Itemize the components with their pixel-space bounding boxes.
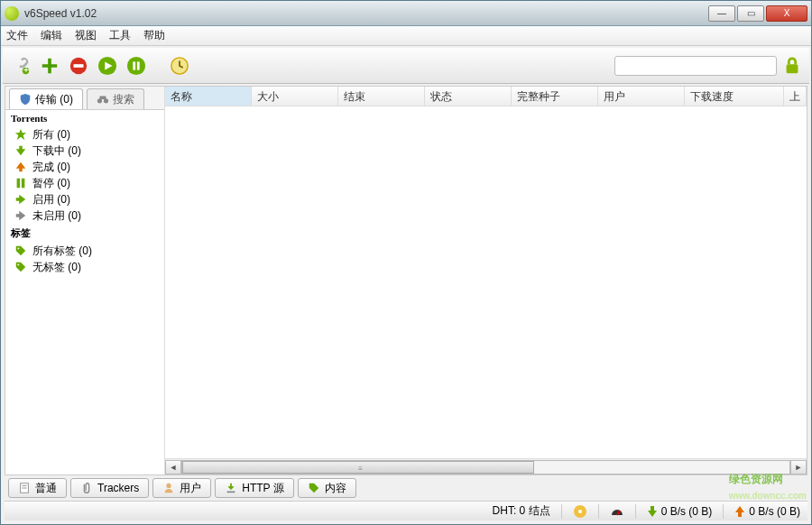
col-size[interactable]: 大小	[252, 87, 338, 106]
svg-point-18	[18, 264, 20, 266]
play-icon[interactable]	[97, 55, 118, 77]
menu-view[interactable]: 视图	[75, 28, 97, 43]
svg-point-17	[18, 248, 20, 250]
up-orange-icon	[734, 506, 745, 517]
down-arrow-icon	[14, 144, 27, 157]
col-dlspeed[interactable]: 下载速度	[685, 87, 784, 106]
status-speed-meter	[610, 504, 624, 519]
svg-rect-23	[227, 492, 235, 493]
svg-rect-6	[133, 61, 135, 69]
tab-transfer[interactable]: 传输 (0)	[9, 88, 83, 109]
col-name[interactable]: 名称	[165, 87, 252, 106]
status-disk	[573, 504, 587, 519]
main-list: 名称 大小 结束 状态 完整种子 用户 下载速度 上 ◄ ≡ ►	[165, 87, 807, 474]
col-seeds[interactable]: 完整种子	[512, 87, 598, 106]
watermark: 绿色资源网 www.downcc.com	[729, 471, 807, 502]
scroll-track[interactable]: ≡	[181, 460, 790, 474]
sidebar-item-all[interactable]: 所有 (0)	[5, 126, 164, 143]
link-icon[interactable]: +	[10, 55, 32, 77]
svg-point-25	[578, 510, 582, 513]
add-icon[interactable]	[39, 55, 60, 77]
sidebar-item-no-tag[interactable]: 无标签 (0)	[5, 259, 164, 275]
close-button[interactable]: X	[766, 5, 807, 22]
window-title: v6Speed v1.02	[24, 7, 97, 20]
search-input[interactable]	[614, 56, 777, 76]
btab-http[interactable]: HTTP 源	[215, 478, 293, 498]
column-header: 名称 大小 结束 状态 完整种子 用户 下载速度 上	[165, 87, 807, 106]
svg-rect-7	[137, 61, 140, 69]
binoculars-icon	[97, 93, 109, 106]
menubar: 文件 编辑 视图 工具 帮助	[1, 26, 811, 46]
app-icon	[5, 6, 19, 21]
tag-green-icon	[308, 482, 320, 494]
clock-icon[interactable]	[169, 55, 190, 77]
sidebar-item-downloading[interactable]: 下载中 (0)	[5, 143, 164, 159]
remove-icon[interactable]	[68, 55, 89, 77]
svg-rect-15	[17, 179, 21, 189]
col-end[interactable]: 结束	[338, 87, 425, 106]
status-dht: DHT: 0 结点	[493, 503, 550, 519]
btab-content[interactable]: 内容	[298, 478, 356, 498]
down-green-icon	[647, 506, 658, 517]
sidebar-item-active[interactable]: 启用 (0)	[5, 191, 164, 207]
svg-rect-14	[100, 97, 106, 100]
sidebar-item-inactive[interactable]: 未启用 (0)	[5, 207, 164, 224]
tab-search[interactable]: 搜索	[87, 88, 144, 109]
btab-users[interactable]: 用户	[152, 478, 211, 498]
btab-general[interactable]: 普通	[8, 478, 67, 498]
svg-text:+: +	[23, 64, 29, 75]
tag-icon	[14, 244, 27, 257]
bottom-tabs: 普通 Trackers 用户 HTTP 源 内容	[5, 475, 807, 501]
svg-rect-16	[22, 179, 25, 189]
col-up[interactable]: 上	[784, 87, 807, 106]
right-arrow-grey-icon	[14, 209, 27, 222]
scroll-thumb[interactable]: ≡	[182, 461, 534, 474]
tab-transfer-label: 传输 (0)	[35, 92, 73, 107]
shield-icon	[19, 93, 32, 106]
horizontal-scrollbar[interactable]: ◄ ≡ ►	[165, 458, 807, 474]
torrents-heading: Torrents	[5, 110, 164, 126]
toolbar: +	[3, 48, 809, 84]
svg-rect-11	[787, 64, 798, 73]
star-icon	[14, 128, 27, 141]
tab-search-label: 搜索	[113, 92, 134, 107]
titlebar: v6Speed v1.02 — ▭ X	[1, 1, 811, 26]
status-upload: 0 B/s (0 B)	[734, 505, 800, 518]
btab-trackers[interactable]: Trackers	[70, 478, 149, 498]
col-users[interactable]: 用户	[598, 87, 685, 106]
statusbar: DHT: 0 结点 0 B/s (0 B) 0 B/s (0 B)	[5, 501, 807, 520]
user-icon	[162, 482, 175, 494]
sidebar-item-completed[interactable]: 完成 (0)	[5, 159, 164, 175]
sidebar-item-paused[interactable]: 暂停 (0)	[5, 175, 164, 191]
maximize-button[interactable]: ▭	[737, 5, 764, 22]
sidebar-item-all-tags[interactable]: 所有标签 (0)	[5, 243, 164, 259]
tags-heading: 标签	[5, 224, 164, 243]
col-status[interactable]: 状态	[425, 87, 512, 106]
document-icon	[18, 482, 31, 494]
status-download: 0 B/s (0 B)	[647, 505, 713, 518]
up-arrow-icon	[14, 161, 27, 173]
torrent-list-area	[165, 106, 807, 458]
disk-icon	[573, 504, 587, 519]
tag-icon	[14, 261, 27, 273]
pause-icon[interactable]	[125, 55, 147, 77]
sidebar: 传输 (0) 搜索 Torrents 所有 (0) 下载中 (0) 完成 (0)	[5, 87, 165, 474]
svg-point-22	[167, 484, 171, 488]
scroll-left-icon[interactable]: ◄	[165, 460, 181, 474]
svg-rect-3	[74, 64, 84, 68]
minimize-button[interactable]: —	[708, 5, 735, 22]
menu-file[interactable]: 文件	[6, 28, 28, 43]
gauge-icon	[610, 504, 624, 519]
lock-icon[interactable]	[782, 56, 802, 76]
menu-edit[interactable]: 编辑	[41, 28, 62, 43]
pause-bars-icon	[14, 177, 27, 189]
menu-help[interactable]: 帮助	[143, 28, 165, 43]
download-icon	[225, 482, 237, 494]
right-arrow-icon	[14, 193, 27, 206]
menu-tools[interactable]: 工具	[109, 28, 131, 43]
clip-icon	[80, 482, 93, 494]
svg-point-5	[127, 56, 145, 74]
